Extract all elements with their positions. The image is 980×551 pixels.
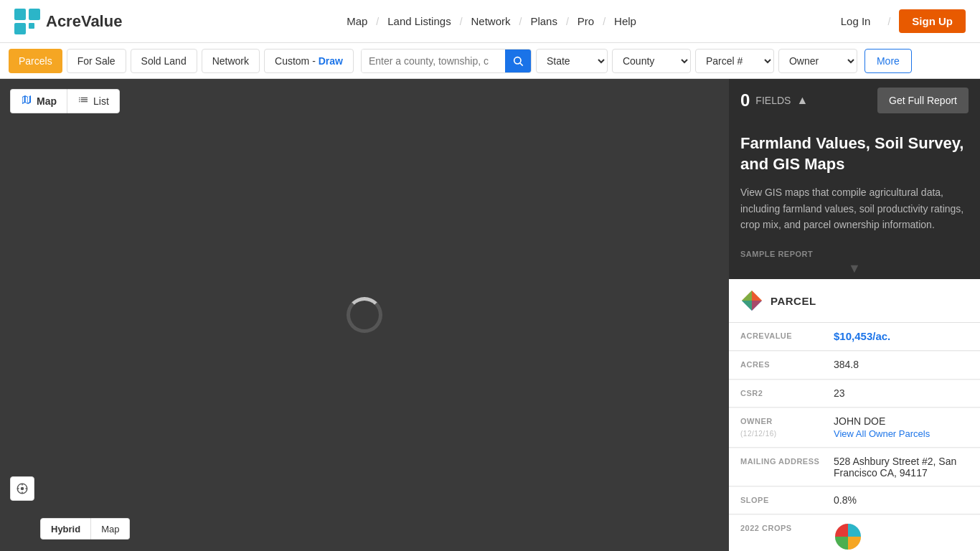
- tab-parcels[interactable]: Parcels: [9, 49, 62, 73]
- panel-description: View GIS maps that compile agricultural …: [740, 184, 969, 232]
- parcel-dropdown[interactable]: Parcel #: [695, 49, 774, 73]
- toolbar: Parcels For Sale Sold Land Network Custo…: [0, 43, 980, 79]
- nav-sep-login: /: [887, 16, 890, 27]
- logo-area: AcreValue: [14, 9, 122, 34]
- parcel-label-owner: OWNER (12/12/16): [740, 415, 834, 440]
- parcel-row-address: MAILING ADDRESS 528 Ashbury Street #2, S…: [729, 448, 980, 486]
- search-area: [361, 49, 532, 73]
- nav-sep-3: /: [519, 16, 522, 27]
- nav-sep-5: /: [603, 16, 606, 27]
- right-panel: 0 FIELDS ▲ Get Full Report Farmland Valu…: [729, 79, 980, 551]
- parcel-row-csr2: CSR2 23: [729, 380, 980, 408]
- parcel-label-address: MAILING ADDRESS: [740, 456, 834, 468]
- crops-chart: [834, 522, 862, 551]
- map-view-tab[interactable]: Map: [10, 89, 67, 113]
- parcel-label-slope: SLOPE: [740, 494, 834, 507]
- parcel-card-title: PARCEL: [771, 295, 816, 307]
- parcel-row-slope: SLOPE 0.8%: [729, 487, 980, 515]
- nav-help[interactable]: Help: [608, 12, 642, 30]
- list-tab-label: List: [93, 95, 109, 107]
- parcel-value-acrevalue: $10,453/ac.: [834, 330, 969, 342]
- parcel-data: ACREVALUE $10,453/ac. ACRES 384.8 CSR2 2…: [729, 323, 980, 551]
- location-button[interactable]: [10, 476, 34, 501]
- nav-sep-1: /: [376, 16, 379, 27]
- logo-icon: [14, 9, 40, 34]
- signup-button[interactable]: Sign Up: [899, 9, 966, 33]
- svg-rect-0: [14, 9, 26, 20]
- state-dropdown[interactable]: State: [536, 49, 608, 73]
- nav-land-listings[interactable]: Land Listings: [382, 12, 456, 30]
- main-area: Map List Hybrid Map: [0, 79, 980, 551]
- parcel-value-owner: JOHN DOE View All Owner Parcels: [834, 415, 969, 439]
- header: AcreValue Map / Land Listings / Network …: [0, 0, 980, 43]
- parcel-row-owner: OWNER (12/12/16) JOHN DOE View All Owner…: [729, 408, 980, 448]
- svg-rect-1: [29, 9, 40, 20]
- nav-pro[interactable]: Pro: [572, 12, 600, 30]
- panel-title-section: Farmland Values, Soil Survey, and GIS Ma…: [729, 122, 980, 241]
- nav-network[interactable]: Network: [466, 12, 517, 30]
- map-area: Map List Hybrid Map: [0, 79, 729, 551]
- parcel-value-acres: 384.8: [834, 359, 969, 370]
- tab-draw-label: Draw: [319, 55, 343, 67]
- svg-line-5: [520, 63, 523, 66]
- parcel-label-acres: ACRES: [740, 359, 834, 372]
- search-icon: [512, 55, 524, 67]
- parcel-label-csr2: CSR2: [740, 387, 834, 400]
- view-all-owner-parcels-link[interactable]: View All Owner Parcels: [834, 428, 969, 439]
- nav-sep-4: /: [566, 16, 569, 27]
- svg-marker-10: [742, 291, 752, 311]
- parcel-row-crops: 2022 CROPS: [729, 515, 980, 551]
- hybrid-button[interactable]: Hybrid: [40, 518, 91, 540]
- fields-chevron-icon: ▲: [796, 94, 808, 107]
- map-tab-icon: [21, 94, 32, 108]
- nav-links: Map / Land Listings / Network / Plans / …: [151, 12, 831, 30]
- list-view-tab[interactable]: List: [67, 89, 120, 113]
- nav-plans[interactable]: Plans: [524, 12, 563, 30]
- map-view-controls: Map List: [10, 89, 120, 113]
- parcel-value-slope: 0.8%: [834, 494, 969, 506]
- svg-marker-11: [752, 291, 762, 311]
- tab-sold-land[interactable]: Sold Land: [131, 49, 197, 73]
- parcel-row-acres: ACRES 384.8: [729, 352, 980, 380]
- panel-title: Farmland Values, Soil Survey, and GIS Ma…: [740, 133, 969, 174]
- parcel-value-crops: [834, 522, 969, 551]
- fields-number: 0: [740, 90, 750, 110]
- parcel-label-crops: 2022 CROPS: [740, 522, 834, 535]
- county-dropdown[interactable]: County: [612, 49, 691, 73]
- sample-report-label: SAMPLE REPORT: [729, 241, 980, 258]
- nav-sep-2: /: [460, 16, 463, 27]
- logo-text: AcreValue: [46, 12, 122, 31]
- search-input[interactable]: [362, 50, 505, 72]
- loading-spinner: [347, 297, 382, 333]
- parcel-card-header: PARCEL: [729, 279, 980, 323]
- parcel-label-acrevalue: ACREVALUE: [740, 330, 834, 343]
- list-tab-icon: [77, 94, 89, 108]
- parcel-value-address: 528 Ashbury Street #2, San Francisco CA,…: [834, 456, 969, 479]
- map-type-controls: Hybrid Map: [40, 518, 130, 540]
- svg-rect-3: [29, 23, 34, 29]
- parcel-row-acrevalue: ACREVALUE $10,453/ac.: [729, 323, 980, 351]
- parcel-card: PARCEL ACREVALUE $10,453/ac. ACRES 384.8…: [729, 279, 980, 551]
- parcel-card-icon: [740, 289, 763, 312]
- location-icon: [16, 482, 29, 495]
- tab-for-sale[interactable]: For Sale: [67, 49, 126, 73]
- map-button[interactable]: Map: [91, 518, 130, 540]
- fields-label: FIELDS: [755, 95, 791, 106]
- svg-point-6: [21, 487, 24, 491]
- tab-network[interactable]: Network: [202, 49, 260, 73]
- fields-header: 0 FIELDS ▲ Get Full Report: [729, 79, 980, 122]
- more-button[interactable]: More: [864, 49, 912, 73]
- sample-report-arrow: ▼: [729, 258, 980, 279]
- nav-map[interactable]: Map: [341, 12, 373, 30]
- map-tab-label: Map: [37, 95, 57, 107]
- nav-actions: Log In / Sign Up: [832, 9, 966, 33]
- svg-rect-2: [14, 23, 26, 34]
- owner-dropdown[interactable]: Owner: [778, 49, 857, 73]
- svg-point-4: [514, 57, 521, 63]
- parcel-value-csr2: 23: [834, 387, 969, 399]
- fields-count-area: 0 FIELDS ▲: [740, 90, 808, 110]
- tab-custom[interactable]: Custom - Draw: [264, 49, 354, 73]
- search-button[interactable]: [505, 50, 531, 72]
- get-report-button[interactable]: Get Full Report: [877, 88, 969, 113]
- login-button[interactable]: Log In: [832, 11, 880, 32]
